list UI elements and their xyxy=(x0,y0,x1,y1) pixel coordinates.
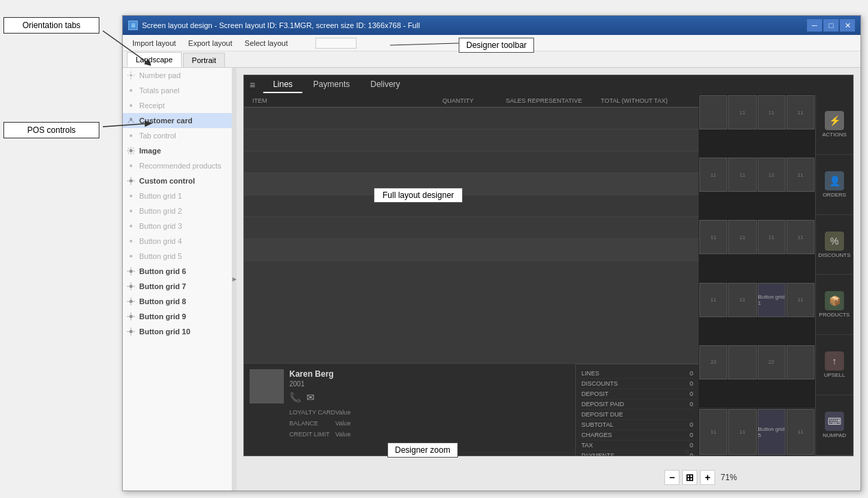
panel-item-btn-grid-6[interactable]: Button grid 6 xyxy=(123,264,232,279)
grid-cell[interactable]: 22 xyxy=(758,345,786,379)
panel-item-receipt[interactable]: Receipt xyxy=(123,98,232,113)
svg-point-12 xyxy=(130,210,132,212)
panel-item-totals[interactable]: Totals panel xyxy=(123,83,232,98)
svg-point-18 xyxy=(130,300,133,303)
export-layout-menu[interactable]: Export layout xyxy=(183,37,238,49)
discounts-icon: % xyxy=(825,232,844,251)
panel-item-btn-grid-9[interactable]: Button grid 9 xyxy=(123,309,232,324)
panel-item-btn-grid-7[interactable]: Button grid 7 xyxy=(123,279,232,294)
panel-item-number-pad[interactable]: Number pad xyxy=(123,68,232,83)
close-button[interactable]: ✕ xyxy=(840,19,855,32)
panel-item-btn-grid-8[interactable]: Button grid 8 xyxy=(123,294,232,309)
svg-point-4 xyxy=(130,89,132,92)
grid-cell[interactable]: 11 xyxy=(728,220,756,254)
bottom-grid-cell[interactable]: 11 xyxy=(786,409,815,455)
products-icon: 📦 xyxy=(825,291,844,310)
grid-cell[interactable]: 11 xyxy=(786,158,815,192)
svg-point-7 xyxy=(130,134,132,137)
lines-header: ITEM QUANTITY SALES REPRESENTATIVE TOTAL… xyxy=(244,95,699,108)
grid-cell[interactable]: 22 xyxy=(699,345,727,379)
panel-item-btn-grid-4[interactable]: Button grid 4 xyxy=(123,234,232,249)
panel-item-recommended[interactable]: Recommended products xyxy=(123,158,232,173)
grid-cell[interactable]: 11 xyxy=(786,220,815,254)
maximize-button[interactable]: □ xyxy=(823,19,839,32)
zoom-in-button[interactable]: + xyxy=(700,470,715,485)
col-sales-rep: SALES REPRESENTATIVE xyxy=(503,97,599,104)
numpad-label: NUMPAD xyxy=(823,432,846,438)
orders-button[interactable]: 👤 ORDERS xyxy=(816,155,853,215)
svg-point-16 xyxy=(130,270,133,273)
portrait-tab[interactable]: Portrait xyxy=(183,53,225,67)
grid-cell[interactable]: 11 xyxy=(758,158,786,192)
products-button[interactable]: 📦 PRODUCTS xyxy=(816,275,853,335)
svg-point-8 xyxy=(130,149,133,153)
actions-icon: ⚡ xyxy=(825,111,844,130)
customer-contact-icons: 📞 ✉ xyxy=(289,392,350,403)
actions-button[interactable]: ⚡ ACTIONS xyxy=(816,95,853,155)
pos-tab-delivery[interactable]: Delivery xyxy=(361,77,409,93)
select-layout-menu[interactable]: Select layout xyxy=(239,37,293,49)
grid-cell[interactable]: 11 xyxy=(786,95,815,129)
grid-cell[interactable]: 11 xyxy=(699,158,727,192)
bottom-grid-cell[interactable]: 11 xyxy=(699,409,727,455)
pos-tab-lines[interactable]: Lines xyxy=(263,77,302,93)
grid-cell[interactable]: 11 xyxy=(758,95,786,129)
panel-item-customer-card[interactable]: Customer card xyxy=(123,113,232,128)
left-panel: Number pad Totals panel Receipt Customer… xyxy=(123,68,232,490)
grid-cell[interactable] xyxy=(728,345,756,379)
grid-cell[interactable] xyxy=(699,95,727,129)
import-layout-menu[interactable]: Import layout xyxy=(127,37,182,49)
grid-cell[interactable]: 11 xyxy=(786,283,815,317)
svg-point-9 xyxy=(130,164,132,167)
zoom-out-button[interactable]: − xyxy=(664,470,679,485)
grid-cell[interactable]: 11 xyxy=(728,283,756,317)
bottom-grid-cell[interactable]: 11 xyxy=(728,409,756,455)
email-icon[interactable]: ✉ xyxy=(306,392,315,403)
svg-point-14 xyxy=(130,240,132,242)
panel-item-custom-control[interactable]: Custom control xyxy=(123,173,232,188)
products-label: PRODUCTS xyxy=(819,312,850,318)
grid-cell[interactable]: 11 xyxy=(728,95,756,129)
svg-point-5 xyxy=(130,104,132,107)
landscape-tab[interactable]: Landscape xyxy=(127,52,182,67)
grid-cell[interactable] xyxy=(786,345,815,379)
panel-item-btn-grid-2[interactable]: Button grid 2 xyxy=(123,203,232,219)
loyalty-info: LOYALTY CARDValue BALANCEValue CREDIT LI… xyxy=(289,407,350,440)
orientation-tabs-label: Orientation tabs xyxy=(3,17,99,34)
hamburger-icon: ≡ xyxy=(250,79,255,90)
panel-item-tab-control[interactable]: Tab control xyxy=(123,128,232,143)
window-title: Screen layout design - Screen layout ID:… xyxy=(142,21,807,29)
panel-item-btn-grid-5[interactable]: Button grid 5 xyxy=(123,249,232,264)
tab-bar: Landscape Portrait xyxy=(123,51,860,68)
zoom-fit-button[interactable]: ⊞ xyxy=(682,470,697,485)
numpad-button[interactable]: ⌨ NUMPAD xyxy=(816,395,853,456)
upsell-icon: ↑ xyxy=(825,351,844,371)
phone-icon[interactable]: 📞 xyxy=(289,392,301,403)
panel-item-btn-grid-1[interactable]: Button grid 1 xyxy=(123,188,232,203)
customer-name: Karen Berg xyxy=(289,369,350,379)
minimize-button[interactable]: ─ xyxy=(807,19,822,32)
svg-point-3 xyxy=(130,74,132,77)
upsell-button[interactable]: ↑ UPSELL xyxy=(816,335,853,395)
actions-label: ACTIONS xyxy=(822,132,847,138)
col-total: TOTAL (WITHOUT TAX) xyxy=(598,97,693,104)
grid-cell[interactable]: 11 xyxy=(728,158,756,192)
upsell-label: UPSELL xyxy=(824,372,845,378)
bottom-grid-cell-button-grid-5[interactable]: Button grid 5 xyxy=(758,409,786,455)
right-button-panel: 11 11 11 11 11 11 11 11 11 11 xyxy=(699,95,815,456)
panel-item-btn-grid-10[interactable]: Button grid 10 xyxy=(123,324,232,339)
grid-cell[interactable]: 11 xyxy=(699,220,727,254)
grid-cell[interactable]: 11 xyxy=(699,283,727,317)
zoom-level: 71% xyxy=(721,473,737,482)
pos-tab-payments[interactable]: Payments xyxy=(304,77,359,93)
pos-controls-label: POS controls xyxy=(3,122,99,138)
designer-toolbar-callout: Designer toolbar xyxy=(459,38,534,53)
panel-item-image[interactable]: Image xyxy=(123,143,232,158)
line-row-3 xyxy=(244,151,699,173)
panel-item-btn-grid-3[interactable]: Button grid 3 xyxy=(123,219,232,234)
grid-cell-button-grid-1[interactable]: Button grid 1 xyxy=(758,283,786,317)
grid-cell[interactable]: 11 xyxy=(758,220,786,254)
col-quantity: QUANTITY xyxy=(439,97,503,104)
discounts-button[interactable]: % DISCOUNTS xyxy=(816,215,853,275)
customer-details: Karen Berg 2001 📞 ✉ LOYALTY CARDValue BA… xyxy=(289,369,350,450)
